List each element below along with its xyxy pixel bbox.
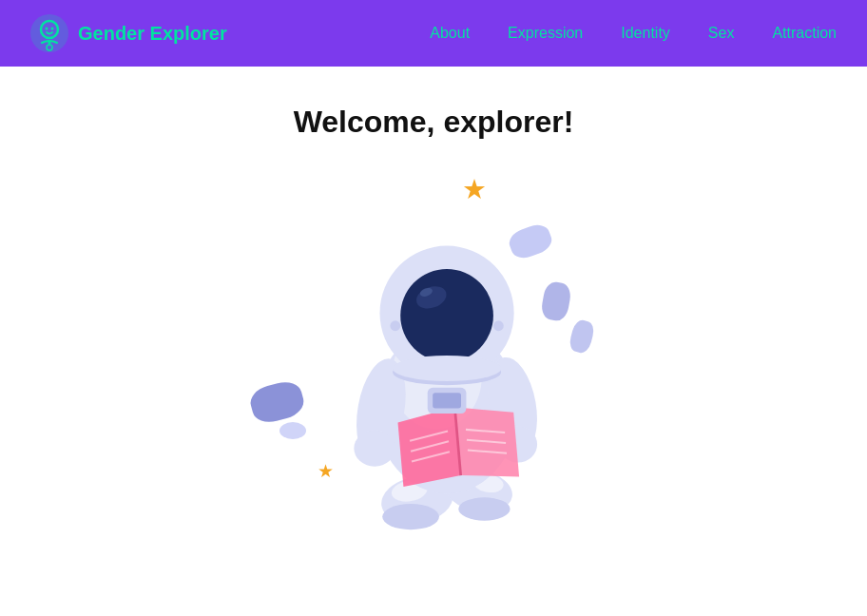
nav-about[interactable]: About bbox=[430, 25, 470, 41]
page-heading: Welcome, explorer! bbox=[294, 105, 574, 140]
main-content: Welcome, explorer! ★ ★ bbox=[0, 67, 867, 577]
nav-expression[interactable]: Expression bbox=[508, 25, 583, 41]
astronaut-illustration bbox=[310, 197, 576, 558]
svg-point-2 bbox=[46, 28, 48, 30]
svg-point-13 bbox=[458, 497, 510, 520]
svg-point-32 bbox=[393, 356, 501, 381]
svg-point-34 bbox=[493, 320, 504, 331]
blob-4 bbox=[247, 378, 307, 427]
svg-point-17 bbox=[354, 431, 395, 467]
nav-links: About Expression Identity Sex Attraction bbox=[430, 25, 837, 42]
svg-point-28 bbox=[400, 269, 493, 362]
svg-line-7 bbox=[49, 42, 51, 44]
brand-name: Gender Explorer bbox=[78, 23, 227, 45]
svg-point-33 bbox=[390, 320, 400, 331]
nav-attraction[interactable]: Attraction bbox=[772, 25, 837, 41]
svg-rect-36 bbox=[433, 393, 461, 408]
blob-5 bbox=[279, 422, 306, 439]
nav-identity[interactable]: Identity bbox=[621, 25, 670, 41]
illustration: ★ ★ bbox=[234, 159, 633, 577]
brand-logo bbox=[30, 14, 68, 52]
svg-point-3 bbox=[51, 28, 54, 30]
svg-point-12 bbox=[382, 504, 439, 529]
navbar: Gender Explorer About Expression Identit… bbox=[0, 0, 867, 67]
brand-link[interactable]: Gender Explorer bbox=[30, 14, 227, 52]
nav-sex[interactable]: Sex bbox=[708, 25, 735, 41]
